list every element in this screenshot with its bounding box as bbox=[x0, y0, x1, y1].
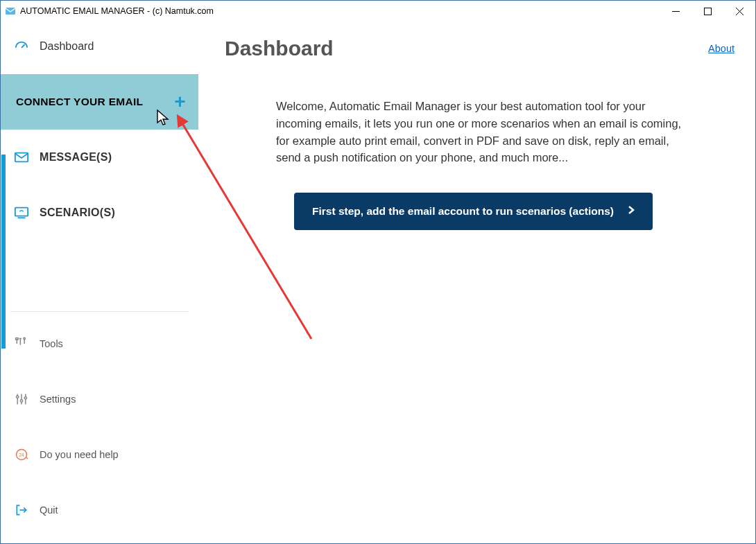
sidebar: Dashboard CONNECT YOUR EMAIL + MESSAGE(S… bbox=[1, 21, 198, 543]
svg-rect-0 bbox=[6, 8, 15, 15]
page-title: Dashboard bbox=[225, 37, 334, 60]
maximize-button[interactable] bbox=[691, 1, 723, 21]
svg-rect-2 bbox=[704, 8, 711, 15]
close-button[interactable] bbox=[723, 1, 755, 21]
svg-point-10 bbox=[24, 337, 26, 340]
app-window: AUTOMATIC EMAIL MANAGER - (c) Namtuk.com bbox=[0, 0, 756, 544]
sidebar-item-label: CONNECT YOUR EMAIL bbox=[16, 96, 143, 108]
cta-label: First step, add the email account to run… bbox=[312, 205, 614, 218]
window-controls bbox=[660, 1, 755, 21]
support-icon: 24 bbox=[13, 448, 30, 462]
sidebar-divider bbox=[10, 311, 189, 312]
svg-point-15 bbox=[20, 400, 22, 402]
titlebar-left: AUTOMATIC EMAIL MANAGER - (c) Namtuk.com bbox=[5, 6, 214, 17]
settings-icon bbox=[13, 392, 30, 406]
sidebar-item-label: MESSAGE(S) bbox=[40, 151, 112, 164]
plus-icon[interactable]: + bbox=[174, 92, 186, 112]
svg-point-16 bbox=[24, 397, 26, 399]
main-content: Dashboard About Welcome, Automatic Email… bbox=[198, 21, 755, 543]
tools-icon bbox=[13, 337, 30, 351]
sidebar-item-quit[interactable]: Quit bbox=[1, 482, 198, 538]
monitor-icon bbox=[13, 205, 30, 220]
svg-text:24: 24 bbox=[19, 453, 24, 457]
svg-line-5 bbox=[22, 44, 25, 48]
chevron-right-icon bbox=[628, 205, 635, 218]
sidebar-item-label: Tools bbox=[40, 338, 63, 349]
about-link[interactable]: About bbox=[708, 43, 734, 54]
minimize-button[interactable] bbox=[660, 1, 691, 21]
sidebar-item-label: Do you need help bbox=[40, 449, 119, 460]
sidebar-item-help[interactable]: 24 Do you need help bbox=[1, 427, 198, 482]
svg-point-14 bbox=[17, 396, 19, 398]
app-body: Dashboard CONNECT YOUR EMAIL + MESSAGE(S… bbox=[1, 21, 755, 543]
sidebar-item-label: Quit bbox=[40, 504, 58, 516]
sidebar-item-scenarios[interactable]: SCENARIO(S) bbox=[1, 185, 198, 240]
sidebar-item-connect-email[interactable]: CONNECT YOUR EMAIL + bbox=[1, 74, 198, 130]
sidebar-item-messages[interactable]: MESSAGE(S) bbox=[1, 130, 198, 185]
sidebar-item-label: Settings bbox=[40, 394, 76, 405]
sidebar-item-tools[interactable]: Tools bbox=[1, 316, 198, 371]
app-icon bbox=[5, 6, 16, 17]
gauge-icon bbox=[13, 39, 30, 54]
sidebar-item-settings[interactable]: Settings bbox=[1, 371, 198, 427]
window-title: AUTOMATIC EMAIL MANAGER - (c) Namtuk.com bbox=[20, 6, 214, 16]
sidebar-item-label: Dashboard bbox=[40, 40, 94, 53]
envelope-icon bbox=[13, 150, 30, 165]
titlebar: AUTOMATIC EMAIL MANAGER - (c) Namtuk.com bbox=[1, 1, 755, 21]
svg-rect-7 bbox=[15, 208, 28, 216]
sidebar-item-label: SCENARIO(S) bbox=[40, 207, 115, 219]
sidebar-item-dashboard[interactable]: Dashboard bbox=[1, 27, 198, 66]
exit-icon bbox=[13, 503, 30, 517]
active-section-indicator bbox=[1, 155, 6, 349]
add-email-account-button[interactable]: First step, add the email account to run… bbox=[294, 193, 653, 230]
welcome-text: Welcome, Automatic Email Manager is your… bbox=[276, 98, 685, 166]
svg-rect-9 bbox=[16, 338, 18, 340]
page-header: Dashboard About bbox=[225, 37, 734, 60]
